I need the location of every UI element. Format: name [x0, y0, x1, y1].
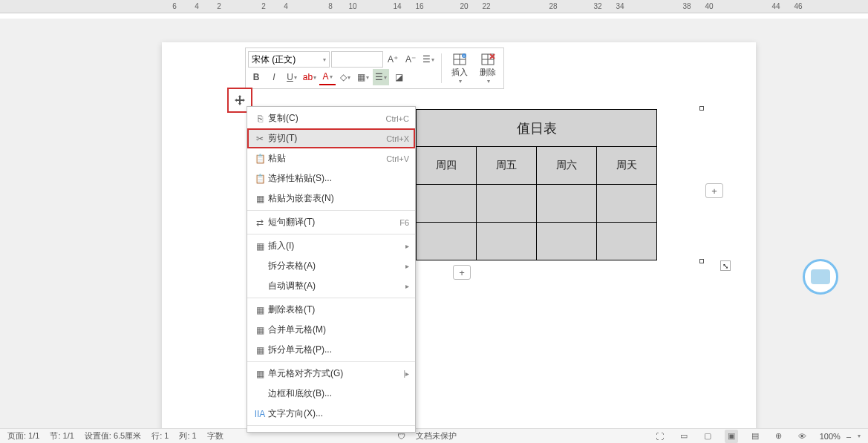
- menu-copy[interactable]: ⎘复制(C)Ctrl+C: [247, 108, 415, 128]
- table-title-cell[interactable]: 值日表: [417, 110, 657, 147]
- table-header-cell[interactable]: 周六: [537, 147, 597, 185]
- horizontal-ruler: 642248101416202228323438404446: [0, 0, 868, 13]
- paste-special-icon: 📋: [252, 174, 268, 184]
- translate-icon: ⇄: [252, 217, 268, 228]
- status-section[interactable]: 节: 1/1: [50, 430, 74, 442]
- table-cell[interactable]: [597, 223, 657, 260]
- status-col[interactable]: 列: 1: [179, 430, 196, 442]
- copy-icon: ⎘: [252, 114, 268, 124]
- menu-insert[interactable]: ▦插入(I)▸: [247, 236, 415, 256]
- table-resize-handle[interactable]: ⤡: [720, 260, 731, 271]
- menu-auto-fit[interactable]: 自动调整(A)▸: [247, 276, 415, 296]
- menu-paste-special[interactable]: 📋选择性粘贴(S)...: [247, 168, 415, 188]
- align-icon: ▦: [252, 369, 268, 379]
- table-cell[interactable]: [477, 185, 537, 223]
- line-spacing-button[interactable]: ☰▾: [420, 51, 437, 68]
- document-table[interactable]: 值日表 周四 周五 周六 周天 + + ⤡: [416, 109, 717, 260]
- fullscreen-icon[interactable]: ⛶: [653, 430, 667, 443]
- merge-icon: ▦: [252, 325, 268, 335]
- shading-button[interactable]: ◇▾: [337, 69, 353, 85]
- decrease-font-button[interactable]: A⁻: [402, 51, 419, 68]
- highlight-button[interactable]: ab▾: [301, 69, 318, 85]
- table-cell[interactable]: [597, 185, 657, 223]
- underline-button[interactable]: U▾: [284, 69, 300, 85]
- zoom-control[interactable]: 100%–▾: [820, 432, 861, 441]
- font-family-select[interactable]: 宋体 (正文)▾: [248, 51, 330, 68]
- menu-cell-align[interactable]: ▦单元格对齐方式(G)|▸: [247, 364, 415, 384]
- status-setting[interactable]: 设置值: 6.5厘米: [85, 430, 141, 442]
- menu-cut[interactable]: ✂剪切(T)Ctrl+X: [247, 128, 415, 148]
- align-button[interactable]: ☰▾: [373, 69, 389, 85]
- outline-view-icon[interactable]: ▤: [748, 430, 762, 443]
- bold-button[interactable]: B: [248, 69, 264, 85]
- status-bar: 页面: 1/1 节: 1/1 设置值: 6.5厘米 行: 1 列: 1 字数 🛡…: [0, 428, 868, 443]
- paste-icon: 📋: [252, 154, 268, 164]
- table-cell[interactable]: [537, 185, 597, 223]
- menu-paste-nested[interactable]: ▦粘贴为嵌套表(N): [247, 188, 415, 209]
- print-layout-icon[interactable]: ▢: [701, 430, 714, 443]
- context-menu: ⎘复制(C)Ctrl+C ✂剪切(T)Ctrl+X 📋粘贴Ctrl+V 📋选择性…: [247, 106, 416, 433]
- add-column-button[interactable]: +: [705, 183, 723, 198]
- menu-merge-cells[interactable]: ▦合并单元格(M): [247, 320, 415, 340]
- split-icon: ▦: [252, 345, 268, 355]
- table-header-cell[interactable]: 周四: [417, 147, 477, 185]
- table-cell[interactable]: [537, 223, 597, 260]
- table-header-cell[interactable]: 周五: [477, 147, 537, 185]
- delete-table-icon: ▦: [252, 305, 268, 315]
- insert-icon: ▦: [252, 241, 268, 252]
- font-color-button[interactable]: A▾: [319, 69, 336, 85]
- delete-table-button[interactable]: 删除▾: [474, 50, 501, 86]
- comment-icon: ☰: [252, 433, 268, 433]
- table-header-cell[interactable]: 周天: [597, 147, 657, 185]
- insert-table-button[interactable]: + 插入▾: [446, 50, 473, 86]
- reading-view-icon[interactable]: ▭: [677, 430, 691, 443]
- web-layout-icon[interactable]: ⊕: [772, 430, 786, 443]
- shield-icon: 🛡: [397, 432, 405, 441]
- menu-borders[interactable]: 边框和底纹(B)...: [247, 384, 415, 404]
- menu-paste[interactable]: 📋粘贴Ctrl+V: [247, 148, 415, 168]
- add-row-button[interactable]: +: [453, 265, 471, 280]
- status-line[interactable]: 行: 1: [151, 430, 169, 442]
- page-layout-icon[interactable]: ▣: [725, 430, 738, 443]
- text-dir-icon: IIA: [252, 409, 268, 419]
- status-chars[interactable]: 字数: [207, 430, 223, 442]
- menu-delete-table[interactable]: ▦删除表格(T): [247, 300, 415, 320]
- status-page[interactable]: 页面: 1/1: [7, 430, 39, 442]
- menu-split-cells[interactable]: ▦拆分单元格(P)...: [247, 340, 415, 360]
- border-button[interactable]: ▦▾: [355, 69, 371, 85]
- menu-split-table[interactable]: 拆分表格(A)▸: [247, 256, 415, 276]
- eye-icon[interactable]: 👁: [796, 430, 809, 443]
- floating-format-toolbar: 宋体 (正文)▾ A⁺ A⁻ ☰▾ B I U▾ ab▾ A▾ ◇▾ ▦▾ ☰▾…: [245, 47, 504, 89]
- paste-nested-icon: ▦: [252, 194, 268, 204]
- assistant-bubble[interactable]: [803, 259, 838, 295]
- italic-button[interactable]: I: [266, 69, 282, 85]
- selection-handle[interactable]: [699, 106, 704, 111]
- menu-translate[interactable]: ⇄短句翻译(T)F6: [247, 212, 415, 232]
- cut-icon: ✂: [252, 134, 268, 144]
- menu-text-direction[interactable]: IIA文字方向(X)...: [247, 404, 415, 424]
- format-painter-button[interactable]: ◪: [391, 69, 407, 85]
- table-cell[interactable]: [417, 223, 477, 260]
- selection-handle[interactable]: [699, 259, 704, 263]
- table-cell[interactable]: [417, 185, 477, 223]
- menu-comment[interactable]: ☰题注(Z)...: [247, 427, 415, 433]
- status-protect[interactable]: 文档未保护: [416, 430, 457, 442]
- font-size-select[interactable]: [331, 51, 383, 68]
- increase-font-button[interactable]: A⁺: [385, 51, 401, 68]
- svg-text:+: +: [463, 53, 466, 58]
- table-cell[interactable]: [477, 223, 537, 260]
